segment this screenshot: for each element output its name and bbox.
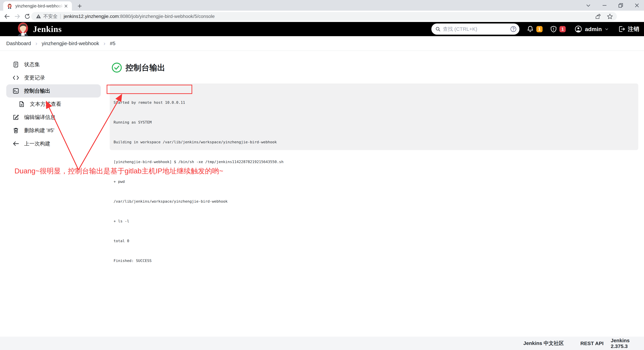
breadcrumb-build[interactable]: #5 <box>110 41 116 46</box>
console-line: Running as SYSTEM <box>114 119 635 126</box>
security-warning-button[interactable] <box>550 26 557 33</box>
console-output-box: Started by remote host 10.0.0.11 Running… <box>110 83 638 150</box>
console-line: + ls -l <box>114 218 635 224</box>
jenkins-logo-icon <box>16 22 30 36</box>
console-line: + pwd <box>114 178 635 185</box>
window-restore-button[interactable] <box>617 2 624 9</box>
url-host: jenkins12.yinzhengjie.com <box>64 14 119 19</box>
breadcrumb-separator: › <box>104 40 105 47</box>
console-line: Finished: SUCCESS <box>114 257 635 264</box>
jenkins-brand-name: Jenkins <box>33 24 62 34</box>
jenkins-header: Jenkins 1 1 admin 注销 <box>0 22 644 36</box>
sidebar: 状态集 变更记录 控制台输出 文本方式查看 编辑编译信息 删除构建 '#5' 上… <box>6 58 101 150</box>
footer-jenkins-version[interactable]: Jenkins 2.375.3 <box>611 337 644 350</box>
browser-tab-strip: yinzhengjie-bird-webhook #5 <box>0 0 644 11</box>
plain-text-document-icon <box>18 101 25 108</box>
page-title: 控制台输出 <box>126 62 165 73</box>
status-icon <box>12 61 20 68</box>
arrow-left-icon <box>12 140 20 147</box>
security-label: 不安全 <box>43 13 58 20</box>
sidebar-item-edit-build-information[interactable]: 编辑编译信息 <box>6 111 101 124</box>
window-controls <box>584 0 644 11</box>
jenkins-brand[interactable]: Jenkins <box>16 22 62 36</box>
console-output-text: Started by remote host 10.0.0.11 Running… <box>114 86 635 277</box>
user-chevron-down-icon <box>604 27 609 31</box>
tab-close-icon[interactable] <box>63 3 69 9</box>
search-box[interactable] <box>431 24 520 35</box>
sidebar-item-changes[interactable]: 变更记录 <box>6 71 101 84</box>
username: admin <box>585 26 602 33</box>
sidebar-item-label: 控制台输出 <box>24 87 50 94</box>
search-help-icon[interactable] <box>510 26 517 33</box>
user-avatar-icon <box>574 25 582 33</box>
breadcrumb: Dashboard › yinzhengjie-bird-webhook › #… <box>0 36 644 51</box>
share-icon[interactable] <box>594 13 601 20</box>
tab-favicon-jenkins-icon <box>7 4 12 9</box>
logout-button[interactable]: 注销 <box>618 25 639 33</box>
notifications-button[interactable] <box>526 25 534 33</box>
url-text: jenkins12.yinzhengjie.com:8080/job/yinzh… <box>64 14 591 19</box>
forward-button[interactable] <box>12 12 22 21</box>
urlbar-action-icons <box>594 13 613 20</box>
search-icon <box>435 26 441 32</box>
sidebar-item-label: 编辑编译信息 <box>24 114 56 121</box>
notification-badge[interactable]: 1 <box>536 26 542 32</box>
breadcrumb-separator: › <box>36 40 37 47</box>
sidebar-item-label: 文本方式查看 <box>30 101 61 108</box>
jenkins-header-right: 1 1 admin 注销 <box>431 22 642 36</box>
reload-button[interactable] <box>22 12 32 21</box>
logout-label: 注销 <box>628 25 639 33</box>
sidebar-item-label: 上一次构建 <box>24 140 50 147</box>
urlbar-divider <box>60 14 60 19</box>
trash-icon <box>12 127 20 134</box>
console-line: total 0 <box>114 238 635 244</box>
console-line: /var/lib/jenkins/workspace/yinzhengjie-b… <box>114 198 635 205</box>
sidebar-item-console-output[interactable]: 控制台输出 <box>6 84 101 97</box>
footer-community-link[interactable]: Jenkins 中文社区 <box>523 337 564 350</box>
tab-search-chevron-icon[interactable] <box>584 2 592 9</box>
sidebar-item-label: 删除构建 '#5' <box>24 127 54 134</box>
url-bar[interactable]: 不安全 jenkins12.yinzhengjie.com:8080/job/y… <box>31 12 617 21</box>
window-close-button[interactable] <box>633 2 640 9</box>
browser-tab[interactable]: yinzhengjie-bird-webhook #5 <box>3 1 72 11</box>
new-tab-button[interactable] <box>76 2 84 10</box>
footer: Jenkins 中文社区 REST API Jenkins 2.375.3 <box>0 337 644 350</box>
browser-toolbar: 不安全 jenkins12.yinzhengjie.com:8080/job/y… <box>0 11 644 22</box>
url-path: :8080/job/yinzhengjie-bird-webhook/5/con… <box>119 14 215 19</box>
sidebar-item-view-as-plain-text[interactable]: 文本方式查看 <box>6 97 101 111</box>
sidebar-item-label: 状态集 <box>24 61 40 68</box>
code-icon <box>12 74 20 81</box>
build-success-icon <box>112 62 122 73</box>
console-line: Building in workspace /var/lib/jenkins/w… <box>114 139 635 145</box>
window-minimize-button[interactable] <box>601 2 608 9</box>
bookmark-star-icon[interactable] <box>607 13 613 20</box>
terminal-icon <box>12 87 20 94</box>
not-secure-warning-icon <box>36 14 41 19</box>
sidebar-item-delete-build[interactable]: 删除构建 '#5' <box>6 124 101 137</box>
user-menu[interactable]: admin <box>574 25 609 33</box>
logout-icon <box>618 25 626 33</box>
edit-icon <box>12 114 20 121</box>
sidebar-item-status[interactable]: 状态集 <box>6 58 101 71</box>
back-button[interactable] <box>2 12 12 21</box>
sidebar-item-previous-build[interactable]: 上一次构建 <box>6 137 101 150</box>
console-line: [yinzhengjie-bird-webhook] $ /bin/sh -xe… <box>114 158 635 165</box>
page-title-row: 控制台输出 <box>112 62 165 73</box>
footer-rest-api-link[interactable]: REST API <box>580 337 604 350</box>
annotation-text: Duang~很明显，控制台输出是基于gitlab主机IP地址继续触发的哟~ <box>14 166 223 176</box>
search-input[interactable] <box>443 26 510 32</box>
security-badge[interactable]: 1 <box>560 26 566 32</box>
tab-title: yinzhengjie-bird-webhook #5 <box>15 4 63 9</box>
breadcrumb-dashboard[interactable]: Dashboard <box>6 41 31 46</box>
sidebar-item-label: 变更记录 <box>24 74 45 81</box>
console-line: Started by remote host 10.0.0.11 <box>114 99 635 106</box>
breadcrumb-job[interactable]: yinzhengjie-bird-webhook <box>42 41 99 46</box>
